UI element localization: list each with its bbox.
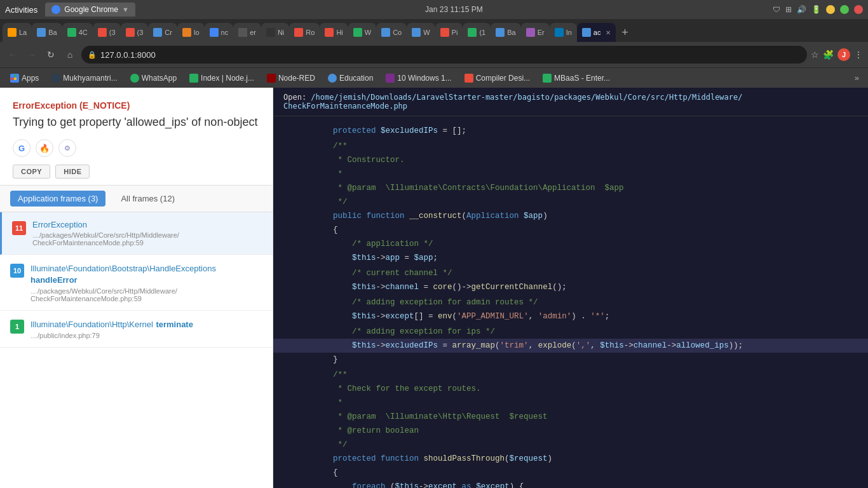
php-icon: ⚙ [58,139,76,157]
laravel-icon: 🔥 [36,139,53,157]
bookmarks-more-button[interactable]: » [851,72,863,84]
tab-all-frames[interactable]: All frames (12) [113,191,182,207]
tab-favicon [381,28,390,37]
compiler-favicon [465,74,473,83]
bookmark-whatsapp[interactable]: WhatsApp [125,72,182,84]
tab-favicon [210,28,219,37]
code-line: $this->app = $app; [273,251,868,265]
reload-button[interactable]: ↻ [43,47,58,62]
bookmark-education[interactable]: Education [323,72,378,84]
profile-avatar[interactable]: J [837,48,850,61]
address-bar-right-icons: ☆ 🧩 J ⋮ [811,48,863,61]
menu-icon[interactable]: ⋮ [854,50,863,60]
bookmark-mbaas[interactable]: MBaaS - Enter... [538,72,615,84]
error-actions: COPY HIDE [13,165,260,179]
frame-file-11: …/packages/Webkul/Core/src/Http/Middlewa… [32,231,262,247]
tab-t18[interactable]: Ba [491,23,520,42]
code-line: * [273,167,868,181]
maximize-button[interactable] [840,5,849,14]
stack-frame-11[interactable]: 11 ErrorException …/packages/Webkul/Core… [0,212,273,255]
bookmark-mukhyamantri[interactable]: Mukhyamantri... [46,72,122,84]
minimize-button[interactable] [826,5,835,14]
tab-t9[interactable]: er [233,23,261,42]
frame-file-10: …/packages/Webkul/Core/src/Http/Middlewa… [31,287,262,302]
frame-content-1: Illuminate\Foundation\Http\Kernel termin… [31,318,262,339]
tab-t5[interactable]: (3 [121,23,149,42]
bookmark-apps[interactable]: Apps [5,72,44,84]
code-line: foreach ($this->except as $except) { [273,480,868,488]
code-viewer[interactable]: protected $excludedIPs = []; /** * Const… [273,116,868,488]
tab-t21-active[interactable]: ac ✕ [577,23,616,42]
tab-t19[interactable]: Er [521,23,550,42]
activities-label[interactable]: Activities [5,5,37,15]
code-line: /** [273,368,868,382]
code-line: { [273,466,868,480]
tab-t10[interactable]: Ni [261,23,289,42]
forward-button[interactable]: → [24,47,39,62]
tab-favicon [496,28,505,37]
chrome-tab[interactable]: Google Chrome ▼ [45,3,135,17]
back-button[interactable]: ← [5,47,20,62]
display-icon: ⊞ [785,5,792,14]
extensions-icon[interactable]: 🧩 [823,50,834,60]
bookmark-windows[interactable]: 10 Windows 1... [381,72,456,84]
bookmark-windows-label: 10 Windows 1... [397,74,451,83]
frame-classmethod-10: Illuminate\Foundation\Bootstrap\HandleEx… [31,262,262,285]
code-line: public function __construct(Application … [273,209,868,223]
right-panel: Open: /home/jemish/Downloads/LaravelStar… [273,88,868,488]
bookmark-education-label: Education [339,74,373,83]
tab-application-frames[interactable]: Application frames (3) [10,191,105,207]
tab-t3[interactable]: 4C [62,23,93,42]
hide-button[interactable]: HIDE [55,165,90,179]
tab-close-icon[interactable]: ✕ [606,29,611,36]
tab-t7[interactable]: lo [177,23,205,42]
titlebar-datetime: Jan 23 11:15 PM [135,5,773,14]
tab-t20[interactable]: In [550,23,577,42]
frame-class-11: ErrorException [32,220,262,229]
frame-content-11: ErrorException …/packages/Webkul/Core/sr… [32,220,262,247]
code-line: * Check for the except routes. [273,382,868,396]
error-header: ErrorException (E_NOTICE) Trying to get … [0,88,273,185]
code-line: * @return boolean [273,424,868,438]
tab-favicon [182,28,191,37]
code-file-path: Open: /home/jemish/Downloads/LaravelStar… [273,88,868,116]
close-button[interactable] [854,5,863,14]
tab-favicon [153,28,162,37]
code-line: /* application */ [273,237,868,251]
tab-t12[interactable]: Hi [320,23,348,42]
bookmark-apps-label: Apps [22,74,39,83]
bookmark-star-icon[interactable]: ☆ [811,50,819,60]
stack-frame-1[interactable]: 1 Illuminate\Foundation\Http\Kernel term… [0,311,273,348]
frame-number-10: 10 [10,264,24,278]
code-line: { [273,223,868,237]
home-button[interactable]: ⌂ [62,47,78,62]
tab-t14[interactable]: Co [376,23,407,42]
exception-label: ErrorException (E_NOTICE) [13,100,260,111]
nodered-favicon [267,74,276,83]
tab-t6[interactable]: Cr [148,23,177,42]
bookmark-nodejs[interactable]: Index | Node.j... [184,72,259,84]
tab-favicon [526,28,535,37]
svg-rect-0 [11,74,13,77]
address-bar[interactable]: 🔒 127.0.0.1:8000 [81,46,807,64]
new-tab-button[interactable]: + [616,23,634,42]
chrome-dropdown-arrow[interactable]: ▼ [122,6,129,13]
tab-t4[interactable]: (3 [93,23,121,42]
tab-t15[interactable]: W [407,23,435,42]
bookmark-nodered-label: Node-RED [278,74,315,83]
bookmark-compiler[interactable]: Compiler Desi... [459,72,535,84]
bookmark-nodered[interactable]: Node-RED [262,72,320,84]
tab-t8[interactable]: nc [205,23,234,42]
windows-favicon [386,74,395,83]
tab-t13[interactable]: W [348,23,376,42]
copy-button[interactable]: COPY [13,165,50,179]
tab-t11[interactable]: Ro [289,23,320,42]
tab-t1[interactable]: La [3,23,32,42]
bookmark-nodejs-label: Index | Node.j... [201,74,254,83]
tab-t17[interactable]: (1 [463,23,491,42]
security-lock-icon: 🔒 [88,51,97,59]
tab-t2[interactable]: Ba [32,23,62,42]
stack-frame-10[interactable]: 10 Illuminate\Foundation\Bootstrap\Handl… [0,255,273,311]
frame-classmethod-1: Illuminate\Foundation\Http\Kernel termin… [31,318,262,330]
tab-t16[interactable]: Pi [435,23,463,42]
